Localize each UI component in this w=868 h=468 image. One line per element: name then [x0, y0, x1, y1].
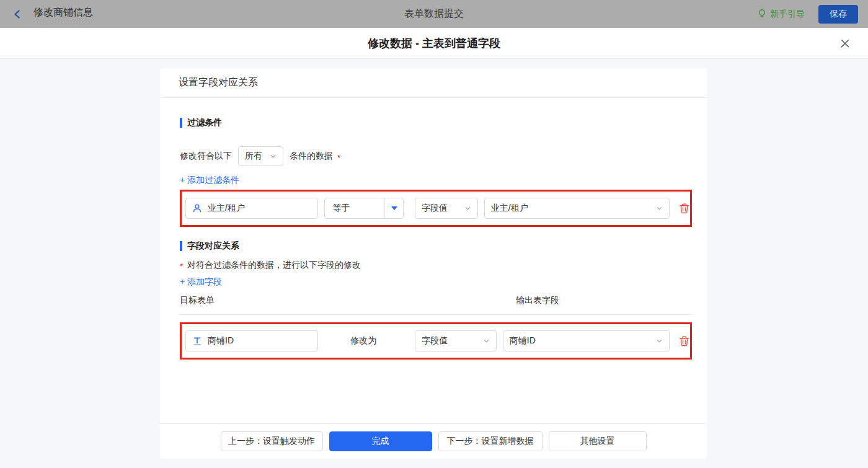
filter-value-type: 字段值 — [422, 203, 448, 214]
trigger-node-title: 表单数据提交 — [404, 7, 464, 20]
filter-value-select[interactable]: 业主/租户 — [484, 198, 670, 219]
required-asterisk: * — [180, 262, 183, 271]
mapping-description-row: * 对符合过滤条件的数据，进行以下字段的修改 — [180, 260, 692, 271]
close-x-icon — [840, 38, 850, 48]
beginner-guide-link[interactable]: 新手引导 — [758, 9, 805, 20]
chevron-down-icon — [464, 205, 471, 212]
guide-label: 新手引导 — [770, 9, 805, 20]
target-field-input[interactable]: 商铺ID — [185, 330, 318, 351]
user-icon — [192, 203, 202, 213]
target-field-label: 商铺ID — [208, 335, 234, 347]
filter-value-type-select[interactable]: 字段值 — [415, 198, 478, 219]
mapping-value: 商铺ID — [510, 335, 536, 347]
back-chevron-icon — [12, 9, 22, 19]
required-asterisk: * — [337, 153, 340, 162]
match-condition-row: 修改符合以下 所有 条件的数据 * — [180, 146, 692, 166]
mapping-row-highlight: 商铺ID 修改为 字段值 商铺ID — [180, 322, 692, 360]
add-filter-condition-link[interactable]: + 添加过滤条件 — [180, 175, 239, 186]
filter-field-input[interactable]: 业主/租户 — [185, 198, 318, 219]
panel-title: 设置字段对应关系 — [160, 68, 707, 98]
match-type-select[interactable]: 所有 — [238, 146, 283, 166]
panel-footer: 上一步：设置触发动作 完成 下一步：设置新增数据 其他设置 — [160, 423, 707, 459]
chevron-down-icon — [270, 153, 277, 160]
toolbar-right: 新手引导 保存 — [758, 5, 858, 24]
chevron-down-icon — [483, 338, 490, 345]
filter-value: 业主/租户 — [491, 203, 528, 214]
filter-section-title: 过滤条件 — [180, 117, 692, 128]
panel-content: 过滤条件 修改符合以下 所有 条件的数据 * + 添加过滤条件 — [160, 117, 707, 360]
back-button[interactable] — [10, 7, 25, 22]
filter-field-label: 业主/租户 — [208, 203, 245, 214]
filter-row-highlight: 业主/租户 等于 字段值 业主/租户 — [180, 190, 692, 227]
field-mapping-panel: 设置字段对应关系 过滤条件 修改符合以下 所有 条件的数据 * + 添加过滤条件 — [160, 68, 707, 459]
mapping-section-label: 字段对应关系 — [187, 241, 239, 252]
modal-title: 修改数据 - 主表到普通字段 — [368, 36, 500, 51]
filter-section-label: 过滤条件 — [187, 117, 222, 128]
delete-filter-row-button[interactable] — [678, 203, 690, 214]
modal-body: 设置字段对应关系 过滤条件 修改符合以下 所有 条件的数据 * + 添加过滤条件 — [0, 59, 868, 468]
toolbar-left: 修改商铺信息 — [0, 6, 93, 22]
prev-step-button[interactable]: 上一步：设置触发动作 — [221, 431, 323, 451]
operator-value: 等于 — [325, 203, 384, 214]
next-step-button[interactable]: 下一步：设置新增数据 — [438, 431, 542, 451]
modify-to-label: 修改为 — [350, 335, 381, 347]
match-prefix-label: 修改符合以下 — [180, 151, 232, 162]
chevron-down-icon — [656, 205, 663, 212]
top-toolbar: 修改商铺信息 表单数据提交 新手引导 保存 — [0, 0, 868, 28]
target-form-column-label: 目标表单 — [180, 295, 215, 305]
trash-icon — [678, 335, 690, 347]
done-button[interactable]: 完成 — [329, 431, 432, 451]
mapping-section-title: 字段对应关系 — [180, 241, 692, 252]
lightbulb-icon — [758, 9, 766, 19]
operator-caret-zone[interactable] — [384, 198, 403, 218]
close-icon[interactable] — [838, 37, 852, 50]
output-field-column-label: 输出表字段 — [516, 295, 559, 306]
caret-down-icon — [391, 206, 397, 210]
trash-icon — [678, 203, 690, 214]
modal-header: 修改数据 - 主表到普通字段 — [0, 28, 868, 59]
section-accent-bar — [180, 118, 182, 128]
add-field-link[interactable]: + 添加字段 — [180, 276, 222, 288]
save-button[interactable]: 保存 — [818, 5, 858, 24]
mapping-value-type: 字段值 — [422, 335, 448, 347]
match-suffix-label: 条件的数据 — [290, 151, 333, 162]
mapping-description: 对符合过滤条件的数据，进行以下字段的修改 — [187, 260, 361, 271]
other-settings-button[interactable]: 其他设置 — [549, 431, 647, 451]
mapping-column-headers: 目标表单 输出表字段 — [180, 295, 692, 315]
mapping-value-type-select[interactable]: 字段值 — [415, 330, 497, 351]
match-type-value: 所有 — [245, 151, 262, 162]
chevron-down-icon — [656, 338, 663, 345]
operator-select[interactable]: 等于 — [324, 198, 404, 219]
section-accent-bar — [180, 241, 182, 251]
workflow-name[interactable]: 修改商铺信息 — [33, 6, 93, 22]
mapping-value-select[interactable]: 商铺ID — [503, 330, 670, 351]
text-field-icon — [192, 336, 202, 346]
delete-mapping-row-button[interactable] — [678, 335, 690, 347]
